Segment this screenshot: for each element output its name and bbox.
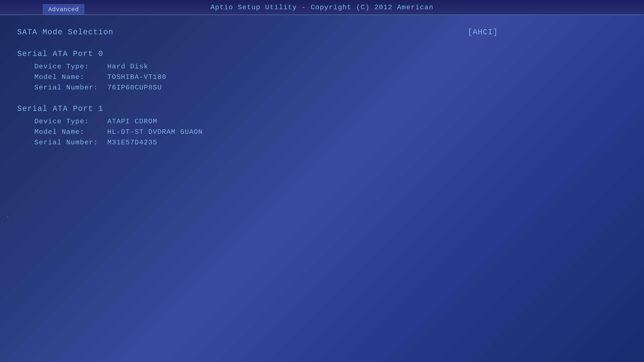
port-1-section: Serial ATA Port 1 Device Type: ATAPI CDR… <box>17 104 627 146</box>
sata-mode-label: SATA Mode Selection <box>17 28 113 37</box>
tab-advanced[interactable]: Advanced <box>43 4 84 14</box>
tab-area: Advanced <box>0 0 84 14</box>
port-1-model-name-value: HL-DT-ST DVDRAM GUAON <box>107 128 203 136</box>
tab-advanced-label: Advanced <box>48 6 79 13</box>
port-1-device-type-row: Device Type: ATAPI CDROM <box>34 117 627 125</box>
port-1-serial-number-label: Serial Number: <box>34 139 107 146</box>
port-0-model-name-label: Model Name: <box>34 73 107 81</box>
port-0-device-type-label: Device Type: <box>34 63 107 70</box>
sata-mode-value: [AHCI] <box>468 28 498 37</box>
port-1-model-name-label: Model Name: <box>34 128 107 136</box>
port-1-device-type-value: ATAPI CDROM <box>107 117 157 125</box>
port-0-model-name-row: Model Name: TOSHIBA-VT180 <box>34 73 627 81</box>
port-0-serial-number-row: Serial Number: 76IP60CUP8SU <box>34 84 627 92</box>
port-1-model-name-row: Model Name: HL-DT-ST DVDRAM GUAON <box>34 128 627 136</box>
port-0-device-type-row: Device Type: Hard Disk <box>34 63 627 70</box>
dot-decoration: . <box>6 212 10 219</box>
port-1-serial-number-value: M31E57D4235 <box>107 139 157 146</box>
port-0-serial-number-label: Serial Number: <box>34 84 107 92</box>
port-0-serial-number-value: 76IP60CUP8SU <box>107 84 162 92</box>
port-1-device-type-label: Device Type: <box>34 117 107 125</box>
port-1-title: Serial ATA Port 1 <box>17 104 627 113</box>
port-0-device-type-value: Hard Disk <box>107 63 148 70</box>
top-bar: Advanced Aptio Setup Utility - Copyright… <box>0 0 644 14</box>
port-0-title: Serial ATA Port 0 <box>17 49 627 58</box>
port-0-section: Serial ATA Port 0 Device Type: Hard Disk… <box>17 49 627 92</box>
sata-mode-row: SATA Mode Selection [AHCI] <box>17 28 627 37</box>
port-1-serial-number-row: Serial Number: M31E57D4235 <box>34 139 627 146</box>
port-0-model-name-value: TOSHIBA-VT180 <box>107 73 166 81</box>
main-content: SATA Mode Selection [AHCI] Serial ATA Po… <box>0 15 644 172</box>
top-bar-title: Aptio Setup Utility - Copyright (C) 2012… <box>210 3 434 11</box>
